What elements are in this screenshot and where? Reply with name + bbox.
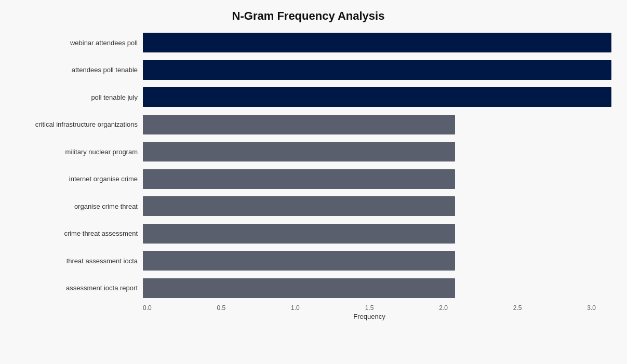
bar-label: threat assessment iocta [5, 257, 143, 265]
bar-fill [143, 142, 455, 161]
x-tick: 1.0 [291, 304, 300, 312]
bar-track [143, 169, 611, 189]
chart-title: N-Gram Frequency Analysis [5, 5, 611, 23]
bar-row: military nuclear program [5, 138, 611, 166]
bar-row: threat assessment iocta [5, 247, 611, 275]
bar-fill [143, 278, 455, 298]
x-ticks: 0.00.51.01.52.02.53.0 [143, 304, 596, 312]
bar-row: attendees poll tenable [5, 57, 611, 84]
bar-label: internet organise crime [5, 175, 143, 183]
bar-label: assessment iocta report [5, 284, 143, 292]
bar-fill [143, 60, 611, 80]
bar-label: attendees poll tenable [5, 66, 143, 74]
x-tick: 2.0 [439, 304, 448, 312]
bar-fill [143, 87, 611, 107]
bar-row: webinar attendees poll [5, 29, 611, 57]
bar-label: poll tenable july [5, 93, 143, 101]
bar-track [143, 87, 611, 107]
bar-track [143, 224, 611, 244]
bar-track [143, 142, 611, 161]
x-tick: 1.5 [365, 304, 374, 312]
bar-row: internet organise crime [5, 166, 611, 193]
bar-label: webinar attendees poll [5, 39, 143, 47]
bar-fill [143, 251, 455, 271]
bar-track [143, 115, 611, 134]
bar-row: assessment iocta report [5, 275, 611, 302]
x-axis-wrapper: 0.00.51.01.52.02.53.0 Frequency [143, 302, 611, 320]
bar-row: poll tenable july [5, 84, 611, 111]
bar-fill [143, 196, 455, 216]
x-tick: 0.5 [217, 304, 226, 312]
bar-label: military nuclear program [5, 148, 143, 156]
x-axis-label: Frequency [143, 313, 596, 320]
bar-fill [143, 224, 455, 244]
bars-section: webinar attendees pollattendees poll ten… [5, 29, 611, 302]
bar-fill [143, 115, 455, 134]
bar-track [143, 251, 611, 271]
x-tick: 0.0 [143, 304, 152, 312]
bar-label: critical infrastructure organizations [5, 120, 143, 128]
bar-track [143, 33, 611, 52]
x-tick: 2.5 [513, 304, 522, 312]
bar-track [143, 60, 611, 80]
bar-track [143, 278, 611, 298]
x-tick: 3.0 [587, 304, 596, 312]
chart-container: N-Gram Frequency Analysis webinar attend… [0, 0, 627, 364]
bar-row: crime threat assessment [5, 220, 611, 248]
bar-fill [143, 33, 611, 52]
bar-fill [143, 169, 455, 189]
bar-row: critical infrastructure organizations [5, 111, 611, 139]
bar-track [143, 196, 611, 216]
bar-row: organise crime threat [5, 193, 611, 220]
bar-label: crime threat assessment [5, 230, 143, 237]
chart-area: webinar attendees pollattendees poll ten… [5, 29, 611, 320]
bar-label: organise crime threat [5, 203, 143, 210]
